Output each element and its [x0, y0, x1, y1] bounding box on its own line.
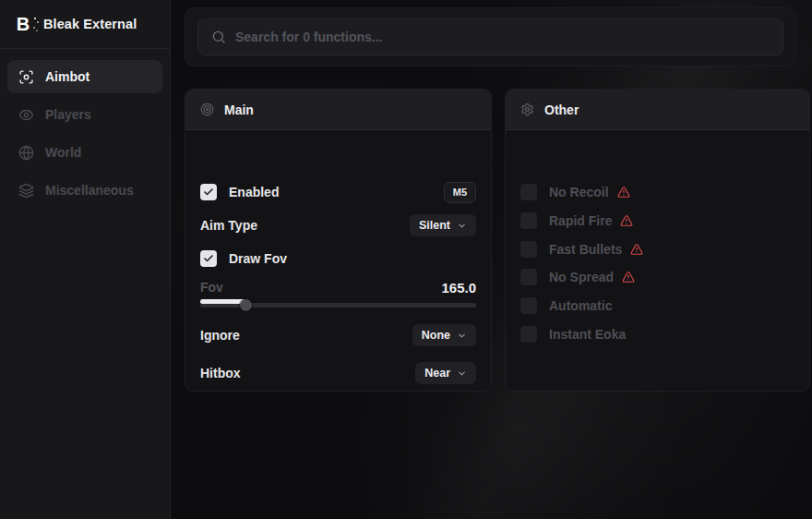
row-instant-eoka: Instant Eoka — [520, 321, 794, 347]
row-no-recoil: No Recoil — [520, 179, 794, 205]
chevron-down-icon — [457, 221, 467, 231]
check-icon — [203, 253, 214, 264]
panel-main: Main Enabled M5 Aim Type Silent — [185, 89, 492, 392]
sidebar: B Bleak External Aimbot Players World Mi… — [0, 0, 171, 519]
row-fast-bullets: Fast Bullets — [520, 236, 794, 262]
app-logo-icon: B — [13, 14, 33, 34]
aim-type-dropdown[interactable]: Silent — [410, 214, 476, 237]
ignore-dropdown[interactable]: None — [412, 324, 476, 347]
ignore-label: Ignore — [200, 328, 240, 343]
search-input[interactable] — [197, 18, 783, 55]
fov-label: Fov — [200, 280, 223, 295]
row-aim-type: Aim Type Silent — [200, 212, 476, 238]
chevron-down-icon — [457, 331, 467, 341]
sidebar-item-miscellaneous[interactable]: Miscellaneous — [7, 174, 162, 207]
enabled-checkbox[interactable] — [200, 184, 217, 200]
eye-icon — [18, 107, 34, 123]
sidebar-nav: Aimbot Players World Miscellaneous — [0, 49, 170, 207]
chevron-down-icon — [457, 368, 467, 379]
search-field[interactable] — [235, 30, 770, 44]
warning-triangle-icon — [622, 271, 635, 284]
row-draw-fov: Draw Fov — [200, 246, 476, 272]
main-content: Main Enabled M5 Aim Type Silent — [171, 0, 812, 519]
slider-fill — [200, 299, 245, 304]
panel-other-body: No Recoil Rapid Fire Fast Bullets No Spr… — [506, 130, 809, 392]
focus-icon — [18, 69, 34, 85]
panel-main-body: Enabled M5 Aim Type Silent Draw Fov F — [185, 130, 491, 392]
check-icon — [203, 187, 214, 198]
sidebar-item-label: World — [45, 145, 81, 160]
slider-thumb[interactable] — [240, 299, 252, 311]
instant-eoka-checkbox[interactable] — [520, 326, 537, 343]
warning-triangle-icon — [630, 243, 643, 256]
row-hitbox: Hitbox Near — [200, 360, 476, 386]
sidebar-item-aimbot[interactable]: Aimbot — [7, 60, 162, 93]
instant-eoka-label: Instant Eoka — [549, 327, 626, 342]
aim-type-label: Aim Type — [200, 218, 257, 233]
no-recoil-label: No Recoil — [549, 185, 609, 199]
app-logo-row: B Bleak External — [0, 0, 170, 49]
no-recoil-checkbox[interactable] — [520, 184, 537, 200]
panel-title: Main — [224, 103, 254, 117]
rapid-fire-label: Rapid Fire — [549, 213, 612, 228]
sidebar-item-world[interactable]: World — [7, 136, 162, 169]
search-bar-card — [185, 7, 796, 66]
warning-triangle-icon — [617, 186, 630, 199]
sidebar-item-players[interactable]: Players — [7, 98, 162, 131]
panel-other: Other No Recoil Rapid Fire Fast Bullets … — [505, 89, 810, 392]
fast-bullets-label: Fast Bullets — [549, 242, 622, 257]
draw-fov-label: Draw Fov — [229, 251, 287, 266]
hitbox-label: Hitbox — [200, 366, 241, 380]
target-icon — [200, 103, 214, 116]
row-ignore: Ignore None — [200, 322, 476, 348]
no-spread-label: No Spread — [549, 270, 614, 284]
automatic-label: Automatic — [549, 298, 612, 313]
sidebar-item-label: Aimbot — [45, 69, 90, 84]
rapid-fire-checkbox[interactable] — [520, 212, 537, 229]
layers-icon — [18, 183, 34, 199]
hitbox-dropdown[interactable]: Near — [415, 362, 476, 385]
globe-icon — [18, 145, 34, 161]
warning-triangle-icon — [620, 214, 633, 227]
row-automatic: Automatic — [520, 293, 794, 319]
search-icon — [211, 30, 226, 44]
app-title: Bleak External — [43, 17, 137, 31]
enabled-label: Enabled — [229, 185, 279, 199]
automatic-checkbox[interactable] — [520, 297, 537, 314]
gear-icon — [520, 103, 534, 116]
panel-other-header: Other — [506, 90, 809, 130]
panel-title: Other — [544, 103, 579, 117]
sidebar-item-label: Players — [45, 107, 91, 122]
ignore-value: None — [422, 330, 450, 342]
draw-fov-checkbox[interactable] — [200, 250, 217, 267]
no-spread-checkbox[interactable] — [520, 269, 537, 285]
sidebar-item-label: Miscellaneous — [45, 183, 134, 198]
keybind-badge[interactable]: M5 — [444, 182, 476, 203]
row-no-spread: No Spread — [520, 264, 794, 290]
aim-type-value: Silent — [419, 220, 450, 232]
row-rapid-fire: Rapid Fire — [520, 208, 794, 234]
hitbox-value: Near — [424, 368, 450, 380]
fov-value: 165.0 — [441, 280, 476, 296]
fov-slider[interactable] — [200, 299, 476, 311]
fast-bullets-checkbox[interactable] — [520, 241, 537, 258]
row-fov: Fov 165.0 — [200, 274, 476, 300]
panel-main-header: Main — [185, 90, 491, 130]
row-enabled: Enabled M5 — [200, 179, 476, 205]
